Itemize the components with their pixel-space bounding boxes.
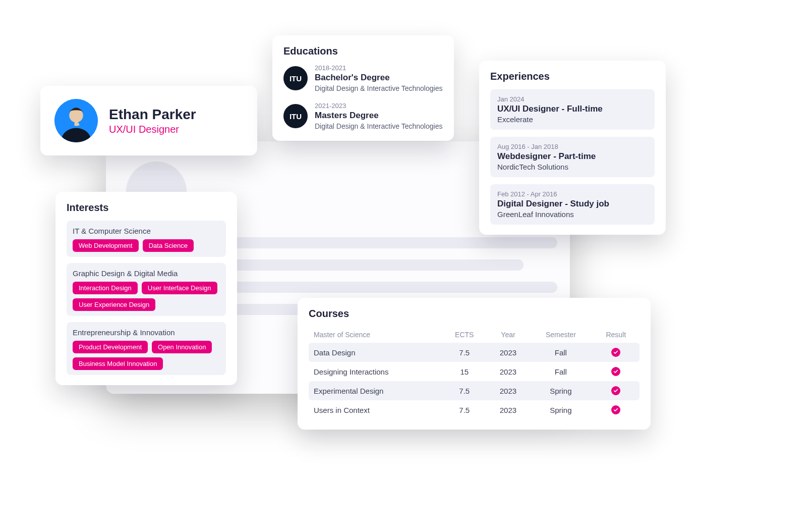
- course-year: 2023: [487, 381, 530, 400]
- course-name: Designing Interactions: [309, 362, 442, 381]
- course-result: [592, 362, 640, 381]
- courses-col-semester: Semester: [529, 327, 592, 343]
- interest-group-title: IT & Computer Science: [73, 227, 220, 235]
- course-year: 2023: [487, 343, 530, 362]
- courses-col-year: Year: [487, 327, 530, 343]
- experience-item[interactable]: Feb 2012 - Apr 2016Digital Designer - St…: [490, 184, 655, 225]
- course-result: [592, 381, 640, 400]
- experiences-title: Experiences: [490, 71, 655, 82]
- interests-card: Interests IT & Computer ScienceWeb Devel…: [55, 192, 237, 385]
- experience-dates: Aug 2016 - Jan 2018: [497, 143, 648, 150]
- education-item[interactable]: ITU2018-2021Bachelor's DegreeDigital Des…: [283, 64, 443, 93]
- interest-tag[interactable]: Product Development: [73, 341, 148, 353]
- course-name: Data Design: [309, 343, 442, 362]
- course-semester: Spring: [529, 381, 592, 400]
- experience-title: Webdesigner - Part-time: [497, 151, 648, 162]
- education-field: Digital Design & Interactive Technologie…: [315, 122, 442, 131]
- profile-name: Ethan Parker: [109, 107, 196, 123]
- courses-title: Courses: [309, 308, 640, 320]
- course-year: 2023: [487, 362, 530, 381]
- education-dates: 2018-2021: [315, 64, 442, 72]
- interest-tag[interactable]: Data Science: [143, 239, 194, 252]
- interests-title: Interests: [67, 202, 226, 214]
- placeholder-bar: [227, 282, 557, 293]
- experience-company: NordicTech Solutions: [497, 163, 648, 171]
- education-item[interactable]: ITU2021-2023Masters DegreeDigital Design…: [283, 102, 443, 131]
- course-semester: Fall: [529, 343, 592, 362]
- course-row[interactable]: Data Design7.52023Fall: [309, 343, 640, 362]
- interest-group: Entrepreneurship & InnovationProduct Dev…: [67, 322, 226, 375]
- course-year: 2023: [487, 400, 530, 419]
- interest-group: IT & Computer ScienceWeb DevelopmentData…: [67, 221, 226, 257]
- experience-company: GreenLeaf Innovations: [497, 210, 648, 219]
- education-degree: Masters Degree: [315, 111, 442, 121]
- education-dates: 2021-2023: [315, 102, 442, 110]
- education-degree: Bachelor's Degree: [315, 73, 442, 83]
- course-semester: Spring: [529, 400, 592, 419]
- courses-col-ects: ECTS: [442, 327, 487, 343]
- placeholder-bar: [227, 237, 557, 248]
- experience-company: Excelerate: [497, 115, 648, 124]
- interest-group-title: Entrepreneurship & Innovation: [73, 328, 220, 337]
- experience-title: Digital Designer - Study job: [497, 199, 648, 209]
- course-ects: 7.5: [442, 400, 487, 419]
- interest-tag[interactable]: Web Development: [73, 239, 139, 252]
- interest-tag[interactable]: Open Innovation: [152, 341, 212, 353]
- course-name: Experimental Design: [309, 381, 442, 400]
- education-logo: ITU: [283, 104, 308, 128]
- placeholder-bar: [227, 259, 524, 271]
- experience-item[interactable]: Aug 2016 - Jan 2018Webdesigner - Part-ti…: [490, 137, 655, 177]
- check-icon: [611, 348, 620, 357]
- education-logo: ITU: [283, 66, 308, 90]
- interest-group-title: Graphic Design & Digital Media: [73, 269, 220, 278]
- profile-card: Ethan Parker UX/UI Designer: [40, 86, 257, 155]
- course-ects: 7.5: [442, 381, 487, 400]
- course-row[interactable]: Experimental Design7.52023Spring: [309, 381, 640, 400]
- courses-col-name: Master of Science: [309, 327, 442, 343]
- avatar: [54, 99, 98, 142]
- educations-card: Educations ITU2018-2021Bachelor's Degree…: [272, 35, 454, 141]
- course-name: Users in Context: [309, 400, 442, 419]
- experience-title: UX/UI Designer - Full-time: [497, 104, 648, 114]
- courses-table: Master of Science ECTS Year Semester Res…: [309, 327, 640, 419]
- interest-tag[interactable]: User Interface Design: [142, 282, 217, 294]
- profile-role: UX/UI Designer: [109, 124, 196, 135]
- course-semester: Fall: [529, 362, 592, 381]
- interest-tag[interactable]: Business Model Innovation: [73, 357, 163, 370]
- course-ects: 15: [442, 362, 487, 381]
- experience-dates: Jan 2024: [497, 95, 648, 103]
- education-field: Digital Design & Interactive Technologie…: [315, 84, 442, 93]
- experiences-card: Experiences Jan 2024UX/UI Designer - Ful…: [479, 61, 666, 235]
- check-icon: [611, 367, 620, 376]
- check-icon: [611, 386, 620, 395]
- courses-card: Courses Master of Science ECTS Year Seme…: [298, 298, 651, 430]
- interest-group: Graphic Design & Digital MediaInteractio…: [67, 263, 226, 316]
- courses-col-result: Result: [592, 327, 640, 343]
- experience-dates: Feb 2012 - Apr 2016: [497, 190, 648, 198]
- interest-tag[interactable]: User Experience Design: [73, 298, 155, 311]
- experience-item[interactable]: Jan 2024UX/UI Designer - Full-timeExcele…: [490, 89, 655, 130]
- educations-title: Educations: [283, 45, 443, 57]
- course-result: [592, 400, 640, 419]
- course-result: [592, 343, 640, 362]
- check-icon: [611, 405, 620, 414]
- course-ects: 7.5: [442, 343, 487, 362]
- course-row[interactable]: Designing Interactions152023Fall: [309, 362, 640, 381]
- interest-tag[interactable]: Interaction Design: [73, 282, 138, 294]
- course-row[interactable]: Users in Context7.52023Spring: [309, 400, 640, 419]
